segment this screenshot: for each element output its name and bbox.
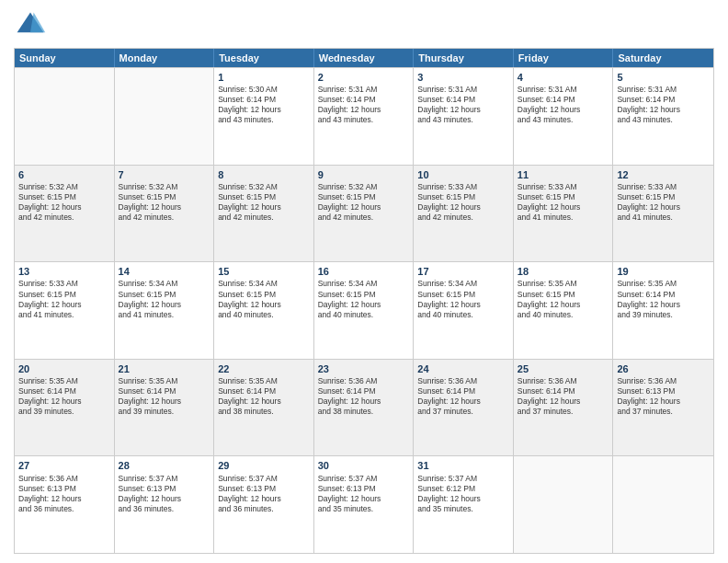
calendar-week-1: 1Sunrise: 5:30 AMSunset: 6:14 PMDaylight…: [15, 67, 713, 165]
cell-info-line: Daylight: 12 hours: [617, 396, 710, 407]
cell-info-line: and 35 minutes.: [417, 504, 509, 514]
calendar-cell: 21Sunrise: 5:35 AMSunset: 6:14 PMDayligh…: [115, 360, 215, 456]
cell-info-line: Sunset: 6:12 PM: [417, 484, 509, 494]
cell-info-line: Daylight: 12 hours: [417, 396, 509, 407]
cell-info-line: Sunrise: 5:36 AM: [417, 376, 509, 386]
cell-info-line: Sunset: 6:14 PM: [318, 95, 410, 105]
cell-info-line: Daylight: 12 hours: [417, 202, 509, 213]
cell-info-line: Sunset: 6:15 PM: [119, 192, 210, 202]
calendar-week-3: 13Sunrise: 5:33 AMSunset: 6:15 PMDayligh…: [15, 261, 713, 359]
day-number: 12: [617, 168, 710, 181]
cell-info-line: and 43 minutes.: [318, 115, 410, 125]
cell-info-line: Sunset: 6:14 PM: [18, 386, 110, 396]
cell-info-line: Sunrise: 5:37 AM: [318, 474, 410, 484]
calendar-cell: 4Sunrise: 5:31 AMSunset: 6:14 PMDaylight…: [514, 68, 614, 165]
cell-info-line: Sunset: 6:15 PM: [617, 192, 710, 202]
day-number: 10: [417, 168, 509, 181]
cell-info-line: Sunrise: 5:32 AM: [18, 182, 110, 192]
cell-info-line: Sunrise: 5:33 AM: [518, 182, 609, 192]
cell-info-line: and 43 minutes.: [218, 115, 310, 125]
calendar-cell: [115, 68, 215, 165]
cell-info-line: Sunset: 6:14 PM: [417, 386, 509, 396]
calendar-cell: 11Sunrise: 5:33 AMSunset: 6:15 PMDayligh…: [514, 166, 614, 262]
cell-info-line: Daylight: 12 hours: [218, 396, 310, 407]
day-number: 11: [518, 168, 609, 181]
cell-info-line: Sunset: 6:13 PM: [318, 484, 410, 494]
cell-info-line: and 43 minutes.: [417, 115, 509, 125]
header-day-sunday: Sunday: [15, 49, 115, 67]
cell-info-line: Sunrise: 5:32 AM: [119, 182, 210, 192]
calendar-cell: 31Sunrise: 5:37 AMSunset: 6:12 PMDayligh…: [414, 456, 514, 553]
day-number: 17: [417, 265, 509, 278]
day-number: 29: [218, 459, 310, 472]
calendar-cell: [514, 456, 614, 553]
cell-info-line: Daylight: 12 hours: [417, 494, 509, 504]
cell-info-line: Sunset: 6:15 PM: [218, 192, 310, 202]
header: [14, 9, 714, 42]
cell-info-line: Sunrise: 5:37 AM: [417, 474, 509, 484]
cell-info-line: and 37 minutes.: [417, 407, 509, 417]
day-number: 22: [218, 362, 310, 375]
cell-info-line: Sunset: 6:15 PM: [318, 290, 410, 300]
cell-info-line: and 41 minutes.: [617, 213, 710, 223]
cell-info-line: Daylight: 12 hours: [417, 105, 509, 115]
cell-info-line: and 40 minutes.: [318, 310, 410, 320]
cell-info-line: Daylight: 12 hours: [119, 300, 210, 310]
calendar-cell: 16Sunrise: 5:34 AMSunset: 6:15 PMDayligh…: [314, 262, 415, 359]
calendar: SundayMondayTuesdayWednesdayThursdayFrid…: [14, 48, 714, 554]
cell-info-line: Sunset: 6:15 PM: [518, 192, 609, 202]
calendar-cell: 9Sunrise: 5:32 AMSunset: 6:15 PMDaylight…: [314, 166, 415, 262]
cell-info-line: Sunrise: 5:31 AM: [318, 85, 410, 95]
calendar-cell: 1Sunrise: 5:30 AMSunset: 6:14 PMDaylight…: [214, 68, 314, 165]
cell-info-line: and 39 minutes.: [119, 407, 210, 417]
calendar-week-2: 6Sunrise: 5:32 AMSunset: 6:15 PMDaylight…: [15, 165, 713, 262]
calendar-cell: 30Sunrise: 5:37 AMSunset: 6:13 PMDayligh…: [314, 456, 415, 553]
calendar-cell: 26Sunrise: 5:36 AMSunset: 6:13 PMDayligh…: [613, 360, 713, 456]
cell-info-line: Sunrise: 5:33 AM: [417, 182, 509, 192]
calendar-cell: 2Sunrise: 5:31 AMSunset: 6:14 PMDaylight…: [314, 68, 415, 165]
cell-info-line: Daylight: 12 hours: [617, 300, 710, 310]
day-number: 5: [617, 71, 710, 84]
cell-info-line: Sunset: 6:13 PM: [617, 386, 710, 396]
cell-info-line: Daylight: 12 hours: [218, 300, 310, 310]
cell-info-line: Daylight: 12 hours: [318, 396, 410, 407]
day-number: 8: [218, 168, 310, 181]
cell-info-line: Sunset: 6:14 PM: [318, 386, 410, 396]
cell-info-line: Sunset: 6:14 PM: [518, 386, 609, 396]
calendar-cell: 14Sunrise: 5:34 AMSunset: 6:15 PMDayligh…: [115, 262, 215, 359]
day-number: 1: [218, 71, 310, 84]
cell-info-line: Sunset: 6:14 PM: [218, 386, 310, 396]
cell-info-line: and 35 minutes.: [318, 504, 410, 514]
cell-info-line: and 40 minutes.: [417, 310, 509, 320]
cell-info-line: Daylight: 12 hours: [18, 396, 110, 407]
cell-info-line: Daylight: 12 hours: [119, 494, 210, 504]
day-number: 15: [218, 265, 310, 278]
cell-info-line: Sunrise: 5:36 AM: [318, 376, 410, 386]
logo: [14, 9, 51, 42]
cell-info-line: Sunrise: 5:35 AM: [119, 376, 210, 386]
cell-info-line: Sunset: 6:14 PM: [617, 95, 710, 105]
day-number: 19: [617, 265, 710, 278]
cell-info-line: Sunset: 6:14 PM: [417, 95, 509, 105]
day-number: 20: [18, 362, 110, 375]
day-number: 7: [119, 168, 210, 181]
cell-info-line: Sunrise: 5:31 AM: [617, 85, 710, 95]
cell-info-line: and 42 minutes.: [119, 213, 210, 223]
cell-info-line: and 43 minutes.: [518, 115, 609, 125]
calendar-cell: 3Sunrise: 5:31 AMSunset: 6:14 PMDaylight…: [414, 68, 514, 165]
cell-info-line: Sunrise: 5:36 AM: [18, 474, 110, 484]
cell-info-line: Sunrise: 5:36 AM: [617, 376, 710, 386]
cell-info-line: Daylight: 12 hours: [218, 494, 310, 504]
calendar-cell: 27Sunrise: 5:36 AMSunset: 6:13 PMDayligh…: [15, 456, 115, 553]
cell-info-line: Sunrise: 5:32 AM: [318, 182, 410, 192]
cell-info-line: Sunset: 6:15 PM: [417, 290, 509, 300]
calendar-cell: 20Sunrise: 5:35 AMSunset: 6:14 PMDayligh…: [15, 360, 115, 456]
day-number: 9: [318, 168, 410, 181]
header-day-friday: Friday: [514, 49, 614, 67]
calendar-cell: 25Sunrise: 5:36 AMSunset: 6:14 PMDayligh…: [514, 360, 614, 456]
calendar-cell: 13Sunrise: 5:33 AMSunset: 6:15 PMDayligh…: [15, 262, 115, 359]
calendar-header: SundayMondayTuesdayWednesdayThursdayFrid…: [15, 49, 713, 67]
cell-info-line: Daylight: 12 hours: [318, 202, 410, 213]
cell-info-line: Daylight: 12 hours: [318, 494, 410, 504]
calendar-cell: 18Sunrise: 5:35 AMSunset: 6:15 PMDayligh…: [514, 262, 614, 359]
